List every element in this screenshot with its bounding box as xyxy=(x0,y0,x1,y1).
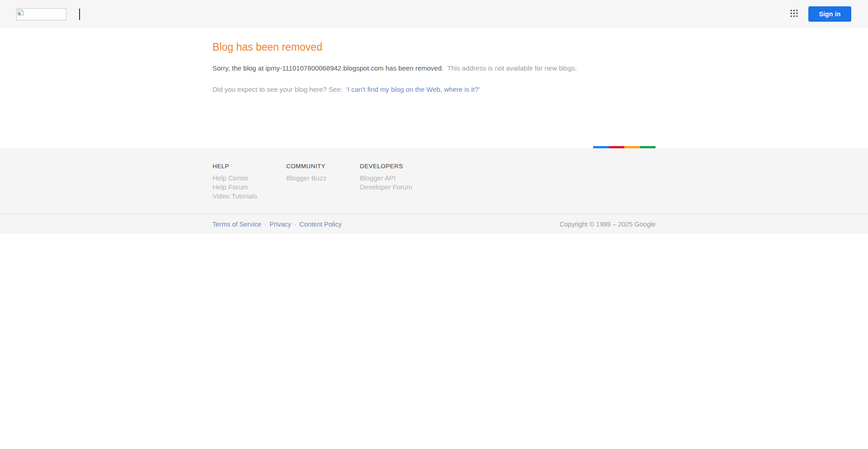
terms-of-service-link[interactable]: Terms of Service xyxy=(212,221,261,228)
footer-heading-help: HELP xyxy=(212,163,286,170)
blogger-buzz-link[interactable]: Blogger Buzz xyxy=(286,174,360,183)
colorbar-segment-yellow xyxy=(624,146,640,148)
bottom-bar: Terms of Service · Privacy · Content Pol… xyxy=(0,214,868,234)
apps-grid-icon xyxy=(790,9,798,19)
broken-image-icon xyxy=(17,9,24,18)
cant-find-blog-link[interactable]: 'I can't find my blog on the Web, where … xyxy=(346,85,480,93)
main-content: Blog has been removed Sorry, the blog at… xyxy=(212,28,656,146)
page-title: Blog has been removed xyxy=(212,28,656,54)
colorbar-segment-blue xyxy=(593,146,609,148)
footer: HELP Help Center Help Forum Video Tutori… xyxy=(0,148,868,214)
footer-columns: HELP Help Center Help Forum Video Tutori… xyxy=(212,148,656,214)
removal-message-secondary: This address is not available for new bl… xyxy=(447,64,577,72)
footer-column-help: HELP Help Center Help Forum Video Tutori… xyxy=(212,163,286,201)
video-tutorials-link[interactable]: Video Tutorials xyxy=(212,192,286,201)
removal-message-primary: Sorry, the blog at ipmy-1110107800068942… xyxy=(212,64,443,72)
content-policy-link[interactable]: Content Policy xyxy=(299,221,342,228)
footer-heading-community: COMMUNITY xyxy=(286,163,360,170)
legal-links: Terms of Service · Privacy · Content Pol… xyxy=(212,221,342,228)
sign-in-button[interactable]: Sign in xyxy=(808,6,851,22)
blogger-api-link[interactable]: Blogger API xyxy=(360,174,434,183)
blog-logo-placeholder[interactable] xyxy=(16,8,66,20)
copyright-text: Copyright © 1999 – 2025 Google xyxy=(560,221,656,228)
link-separator: · xyxy=(294,221,296,227)
google-apps-button[interactable] xyxy=(785,5,803,23)
text-caret xyxy=(79,9,80,20)
colorbar-segment-green xyxy=(640,146,656,148)
privacy-link[interactable]: Privacy xyxy=(269,221,291,228)
removal-message: Sorry, the blog at ipmy-1110107800068942… xyxy=(212,64,656,72)
footer-heading-developers: DEVELOPERS xyxy=(360,163,434,170)
help-center-link[interactable]: Help Center xyxy=(212,174,286,183)
help-question-text: Did you expect to see your blog here? Se… xyxy=(212,85,343,93)
developer-forum-link[interactable]: Developer Forum xyxy=(360,183,434,192)
help-question: Did you expect to see your blog here? Se… xyxy=(212,85,656,94)
link-separator: · xyxy=(264,221,266,227)
help-forum-link[interactable]: Help Forum xyxy=(212,183,286,192)
header: Sign in xyxy=(0,0,868,28)
footer-column-community: COMMUNITY Blogger Buzz xyxy=(286,163,360,201)
google-colorbar xyxy=(593,146,656,148)
colorbar-segment-red xyxy=(609,146,625,148)
footer-column-developers: DEVELOPERS Blogger API Developer Forum xyxy=(360,163,434,201)
